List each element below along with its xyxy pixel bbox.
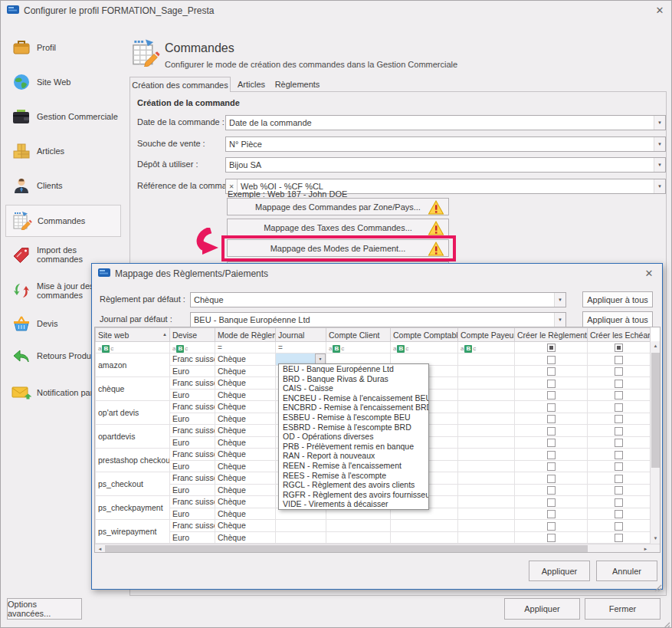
souche-vente-combobox[interactable]: N° Pièce ▼ xyxy=(225,136,666,152)
depot-combobox[interactable]: Bijou SA ▼ xyxy=(225,157,666,173)
creer-reglement-checkbox[interactable] xyxy=(547,439,556,447)
creer-reglement-checkbox-cell[interactable] xyxy=(515,365,588,377)
journal-defaut-combobox[interactable]: BEU - Banque Européenne Ltd ▼ xyxy=(190,312,566,327)
tab-creation-des-commandes[interactable]: Création des commandes xyxy=(129,77,231,92)
creer-reglement-checkbox-cell[interactable] xyxy=(515,389,588,401)
dropdown-item[interactable]: RAN - Report à nouveaux xyxy=(279,451,428,461)
creer-echeances-checkbox-cell[interactable] xyxy=(588,449,651,461)
creer-reglement-checkbox[interactable] xyxy=(547,391,556,399)
dropdown-item[interactable]: RGFR - Règlement des avoirs fournisseurs xyxy=(279,490,428,500)
creer-echeances-checkbox[interactable] xyxy=(615,427,623,436)
creer-echeances-checkbox[interactable] xyxy=(615,486,623,495)
dropdown-item[interactable]: REEN - Remise à l'encaissement xyxy=(279,461,428,471)
creer-reglement-checkbox-cell[interactable] xyxy=(515,484,588,496)
creer-echeances-checkbox-cell[interactable] xyxy=(588,520,651,532)
creer-echeances-checkbox-cell[interactable] xyxy=(588,353,651,366)
dropdown-item[interactable]: BEU - Banque Européenne Ltd xyxy=(279,364,428,374)
creer-reglement-checkbox-cell[interactable] xyxy=(515,508,588,520)
filter-cell[interactable]: aBc xyxy=(458,342,515,353)
creer-reglement-checkbox[interactable] xyxy=(547,534,556,542)
creer-echeances-checkbox[interactable] xyxy=(615,415,623,423)
horizontal-scrollbar[interactable]: ◄ ► xyxy=(95,544,661,553)
appliquer-a-tous-reglement-button[interactable]: Appliquer à tous xyxy=(582,291,653,307)
creer-reglement-checkbox[interactable] xyxy=(547,498,556,507)
dropdown-item[interactable]: ENCBEU - Remise à l'encaissement BEU xyxy=(279,393,428,403)
compte-payeur-cell[interactable] xyxy=(458,531,515,544)
creer-reglement-checkbox[interactable] xyxy=(547,486,556,495)
dropdown-arrow-icon[interactable]: ▼ xyxy=(554,313,565,327)
compte-client-cell[interactable] xyxy=(326,520,391,532)
scroll-right-icon[interactable]: ► xyxy=(641,544,651,553)
creer-echeances-checkbox-cell[interactable] xyxy=(588,401,651,413)
creer-echeances-checkbox-cell[interactable] xyxy=(588,484,651,496)
dropdown-item[interactable]: PRB - Prélèvement remis en banque xyxy=(279,442,428,452)
creer-reglement-checkbox[interactable] xyxy=(547,510,556,518)
dropdown-item[interactable]: BRD - Banque Rivas & Duras xyxy=(279,374,428,384)
creer-echeances-checkbox[interactable] xyxy=(615,403,623,412)
creer-reglement-checkbox[interactable] xyxy=(547,380,556,388)
compte-payeur-cell[interactable] xyxy=(458,401,515,413)
column-header-cr-er-le-r-glement[interactable]: Créer le Règlement xyxy=(515,328,588,342)
dropdown-arrow-icon[interactable]: ▼ xyxy=(654,137,665,151)
dropdown-item[interactable]: REES - Remise à l'escompte xyxy=(279,471,428,481)
creer-reglement-checkbox-cell[interactable] xyxy=(515,377,588,390)
creer-reglement-checkbox[interactable] xyxy=(547,356,556,364)
column-header-devise[interactable]: Devise xyxy=(170,328,215,342)
creer-reglement-checkbox-cell[interactable] xyxy=(515,449,588,461)
compte-payeur-cell[interactable] xyxy=(458,389,515,401)
column-header-compte-comptable[interactable]: Compte Comptable xyxy=(391,328,458,342)
creer-echeances-checkbox-cell[interactable] xyxy=(588,436,651,449)
filter-cell[interactable]: aBc xyxy=(96,342,170,353)
creer-reglement-checkbox-cell[interactable] xyxy=(515,401,588,413)
compte-payeur-cell[interactable] xyxy=(458,508,515,520)
column-header-cr-er-les-ech-ances[interactable]: Créer les Echéances xyxy=(588,328,651,342)
scroll-down-icon[interactable]: ▼ xyxy=(651,534,661,544)
compte-comptable-cell[interactable] xyxy=(391,531,458,544)
window-resize-grip[interactable] xyxy=(663,619,670,628)
horizontal-scroll-thumb[interactable] xyxy=(105,545,588,553)
compte-payeur-cell[interactable] xyxy=(458,377,515,390)
creer-echeances-checkbox[interactable] xyxy=(615,451,623,459)
creer-reglement-checkbox-cell[interactable] xyxy=(515,413,588,425)
creer-reglement-checkbox[interactable] xyxy=(547,403,556,412)
dropdown-item[interactable]: CAIS - Caisse xyxy=(279,383,428,393)
column-header-journal[interactable]: Journal xyxy=(276,328,326,342)
mappage-zone-pays-button[interactable]: Mappage des Commandes par Zone/Pays... xyxy=(227,198,449,215)
creer-echeances-checkbox-cell[interactable] xyxy=(588,508,651,520)
compte-comptable-cell[interactable] xyxy=(391,520,458,532)
filter-cell[interactable]: aBc xyxy=(326,342,391,353)
creer-reglement-checkbox[interactable] xyxy=(547,451,556,459)
compte-payeur-cell[interactable] xyxy=(458,353,515,366)
creer-echeances-checkbox-cell[interactable] xyxy=(588,472,651,485)
tab-reglements[interactable]: Règlements xyxy=(272,77,323,92)
creer-reglement-checkbox-cell[interactable] xyxy=(515,460,588,472)
dialog-close-icon[interactable]: ✕ xyxy=(642,267,656,281)
creer-reglement-checkbox[interactable] xyxy=(547,462,556,471)
tab-articles[interactable]: Articles xyxy=(232,77,270,92)
compte-payeur-cell[interactable] xyxy=(458,460,515,472)
sidebar-item-gestion-commerciale[interactable]: Gestion Commerciale xyxy=(5,100,121,133)
creer-echeances-checkbox[interactable] xyxy=(615,439,623,447)
creer-echeances-checkbox[interactable] xyxy=(615,522,623,531)
sidebar-item-commandes[interactable]: Commandes xyxy=(5,205,121,237)
creer-echeances-checkbox[interactable] xyxy=(615,462,623,471)
sidebar-item-site-web[interactable]: Site Web xyxy=(5,66,121,98)
dropdown-arrow-icon[interactable]: ▼ xyxy=(654,158,665,172)
creer-reglement-checkbox[interactable] xyxy=(547,367,556,376)
creer-echeances-checkbox-cell[interactable] xyxy=(588,377,651,390)
dialog-annuler-button[interactable]: Annuler xyxy=(596,561,657,581)
scroll-up-icon[interactable]: ▲ xyxy=(651,341,661,351)
creer-echeances-checkbox-cell[interactable] xyxy=(588,531,651,544)
journal-cell[interactable] xyxy=(276,531,326,544)
compte-client-cell[interactable] xyxy=(326,531,391,544)
compte-payeur-cell[interactable] xyxy=(458,425,515,437)
scroll-left-icon[interactable]: ◄ xyxy=(95,544,105,553)
compte-payeur-cell[interactable] xyxy=(458,436,515,449)
window-close-icon[interactable]: ✕ xyxy=(653,4,667,18)
creer-reglement-checkbox-cell[interactable] xyxy=(515,353,588,366)
column-header-compte-payeur[interactable]: Compte Payeur xyxy=(458,328,515,342)
dropdown-item[interactable]: OD - Opérations diverses xyxy=(279,432,428,442)
creer-reglement-checkbox[interactable] xyxy=(547,475,556,483)
fermer-button[interactable]: Fermer xyxy=(585,598,661,620)
appliquer-button[interactable]: Appliquer xyxy=(504,598,580,620)
